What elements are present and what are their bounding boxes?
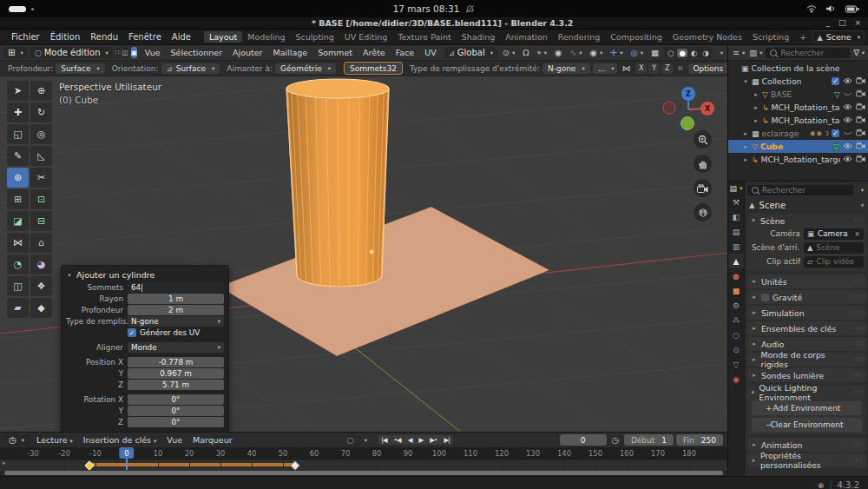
scene-tab[interactable]: ▲ [728,254,744,268]
measure-tool[interactable]: ◺ [30,146,52,166]
section-simulation[interactable]: ▸Simulation∷∷ [747,306,866,320]
clear-camera-icon[interactable]: × [854,230,860,238]
outliner-row[interactable]: ▸↳MCH_Rotation_target.00 [728,153,868,166]
disclosure-icon[interactable]: ▾ [742,78,749,85]
viewport-menu-sommet[interactable]: Sommet [312,47,358,58]
camera-view-button[interactable] [694,179,712,197]
outliner-row[interactable]: ▾▦Collection✓ [728,75,868,88]
poly-build-tool[interactable]: ⌂ [30,233,52,253]
panel-grip-icon[interactable]: ∷∷ [853,356,863,363]
viewport-menu-vue[interactable]: Vue [140,47,166,58]
timeline-scrollbar[interactable] [4,471,723,475]
close-button[interactable]: × [854,18,861,28]
menu-édition[interactable]: Édition [45,31,86,43]
modifiers-tab[interactable]: ⚙ [728,298,744,313]
knife-project-tool[interactable]: ⋈ [7,233,29,253]
panel-grip-icon[interactable]: ∷∷ [853,325,863,332]
operator-panel-header[interactable]: ▾ Ajouter un cylindre [66,268,224,281]
mirror-axis-x[interactable]: X [635,63,647,74]
playhead[interactable] [126,458,128,470]
outliner-row[interactable]: ▣Collection de la scène [728,62,868,75]
exclude-checkbox[interactable]: ✓ [832,77,839,85]
start-frame-field[interactable]: Début 1 [624,434,674,446]
checkbox-icon[interactable]: ✓ [128,328,136,337]
outliner-row[interactable]: ▸↳MCH_Rotation_target [728,101,868,114]
disclosure-icon[interactable]: ▸ [753,104,760,111]
mirror-axis-y[interactable]: Y [648,63,660,74]
system-tray[interactable] [668,4,859,13]
proportional-edit-button[interactable]: ◉ [552,48,564,57]
menu-fenêtre[interactable]: Fenêtre [123,31,167,43]
disclosure-icon[interactable]: ▸ [742,156,749,163]
outliner-editor-type-button[interactable]: ≡ [732,48,746,57]
output-tab[interactable]: ▤ [728,224,744,239]
add-environment-button[interactable]: + Add Environment [752,401,862,415]
activities-indicator[interactable] [9,6,200,12]
keyframe-range-bar[interactable] [89,463,296,466]
depth-dropdown[interactable]: Surface [56,63,105,74]
material-shading-button[interactable]: ◐ [689,49,699,57]
viewport-menu-sélectionner[interactable]: Sélectionner [166,47,228,58]
eye-icon[interactable] [843,116,852,125]
eye-icon[interactable] [843,142,852,151]
menu-aide[interactable]: Aide [167,31,196,43]
camera-visibility-icon[interactable] [856,129,865,138]
timeline-ruler[interactable]: 0 -30-20-1010203040506070809010011012013… [0,447,727,459]
object-data-tab[interactable]: ▽ [728,357,744,372]
auto-keying-button[interactable]: ○ [345,435,357,445]
scale-tool[interactable]: ◱ [7,124,29,144]
section-animation[interactable]: ▸Animation∷∷ [747,438,866,452]
move-tool[interactable]: ✚ [7,102,29,122]
viewport-menu-ajouter[interactable]: Ajouter [227,47,267,58]
outliner-row[interactable]: ▸▽BASE▽ [728,88,868,101]
edge-slide-tool[interactable]: ◫ [7,276,29,296]
exclude-checkbox[interactable]: ✓ [832,129,839,137]
minimize-button[interactable]: _ [825,18,830,28]
workspace-tab-rendering[interactable]: Rendering [553,31,606,43]
auto-keying-options[interactable] [359,437,370,444]
operator-field-input[interactable]: 0.967 m [128,368,224,379]
jump-to-start-button[interactable]: |◀ [378,435,390,445]
solid-shading-button[interactable]: ● [677,49,687,57]
disclosure-icon[interactable]: ▸ [753,117,760,124]
section-propriétés-personnalisées[interactable]: ▸Propriétés personnalisées∷∷ [747,453,866,467]
inset-faces-tool[interactable]: ⊡ [30,189,52,209]
operator-field-input[interactable]: -0.778 m [128,357,224,367]
operator-field-input[interactable]: 0° [128,394,224,405]
clear-environment-button[interactable]: − Clear Environment [752,418,862,432]
section-sondes-lumière[interactable]: ▸Sondes lumière∷∷ [747,368,866,382]
editor-type-button[interactable]: ⊞ [3,47,28,58]
physics-tab[interactable]: ○ [728,327,744,342]
camera-field[interactable]: ▣ Camera × [804,228,864,240]
operator-field-dropdown[interactable]: Monde [128,342,224,353]
generate-uv-checkbox[interactable]: ✓Générer des UV [128,328,224,337]
outliner-search[interactable] [766,48,850,58]
current-frame-indicator[interactable]: 0 [119,447,134,459]
viewport-menu-face[interactable]: Face [391,47,419,58]
properties-search-input[interactable] [762,186,849,195]
orientation-selector[interactable]: ⊿ Global [444,47,497,58]
camera-visibility-icon[interactable] [856,76,865,86]
workspace-tab-+[interactable]: + [794,31,812,43]
background-scene-field[interactable]: ▲ Scène [804,242,864,254]
workspace-tab-geometry-nodes[interactable]: Geometry Nodes [667,31,747,43]
eye-icon[interactable] [843,76,852,86]
object-tab[interactable]: ■ [728,283,744,298]
camera-visibility-icon[interactable] [856,102,865,112]
workspace-tab-shading[interactable]: Shading [457,31,501,43]
current-frame-field[interactable]: 0 [560,434,607,446]
3d-viewport[interactable]: ➤⊕✚↻◱◎✎◺⊚✂⊞⊡◪⊟⋈⌂◔◕◫❖▰◆ Perspective Utili… [0,76,727,432]
mode-selector[interactable]: ▢ Mode édition [30,47,113,58]
knife-tool[interactable]: ✂ [30,168,52,188]
panel-grip-icon[interactable]: ∷∷ [854,217,864,224]
wireframe-shading-button[interactable]: ○ [666,49,675,57]
panel-grip-icon[interactable]: ∷∷ [853,457,863,464]
section-ensembles-de-clés[interactable]: ▸Ensembles de clés∷∷ [747,321,866,335]
workspace-tab-animation[interactable]: Animation [500,31,552,43]
shading-options-button[interactable] [715,50,726,56]
material-tab[interactable]: ◉ [728,372,744,387]
timeline-body[interactable]: 0 -30-20-1010203040506070809010011012013… [0,447,727,470]
properties-options-button[interactable] [856,187,866,194]
panel-grip-icon[interactable]: ∷∷ [853,294,863,301]
operator-field-input[interactable]: 5.71 m [128,380,224,390]
